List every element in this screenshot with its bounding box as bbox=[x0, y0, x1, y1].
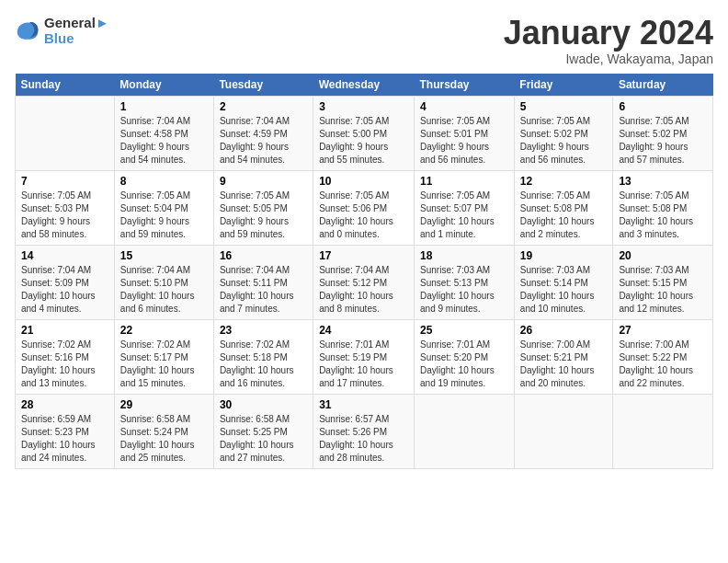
day-info: Sunrise: 7:05 AM Sunset: 5:07 PM Dayligh… bbox=[420, 190, 508, 241]
calendar-cell bbox=[514, 394, 613, 468]
day-info: Sunrise: 7:04 AM Sunset: 4:59 PM Dayligh… bbox=[220, 115, 307, 167]
day-number: 23 bbox=[220, 324, 307, 337]
calendar-cell: 16Sunrise: 7:04 AM Sunset: 5:11 PM Dayli… bbox=[213, 245, 313, 319]
day-number: 13 bbox=[619, 175, 707, 188]
calendar-cell: 8Sunrise: 7:05 AM Sunset: 5:04 PM Daylig… bbox=[114, 170, 213, 245]
page-header: General► Blue January 2024 Iwade, Wakaya… bbox=[15, 15, 713, 66]
day-number: 9 bbox=[220, 175, 307, 188]
day-info: Sunrise: 7:04 AM Sunset: 5:10 PM Dayligh… bbox=[120, 264, 208, 316]
calendar-cell: 25Sunrise: 7:01 AM Sunset: 5:20 PM Dayli… bbox=[415, 319, 515, 394]
day-number: 15 bbox=[120, 249, 208, 262]
day-info: Sunrise: 6:59 AM Sunset: 5:23 PM Dayligh… bbox=[21, 413, 108, 465]
day-number: 30 bbox=[220, 398, 307, 411]
day-number: 17 bbox=[319, 249, 408, 262]
calendar-cell bbox=[613, 394, 713, 468]
calendar-table: SundayMondayTuesdayWednesdayThursdayFrid… bbox=[15, 74, 713, 469]
title-block: January 2024 Iwade, Wakayama, Japan bbox=[504, 15, 713, 66]
day-info: Sunrise: 7:02 AM Sunset: 5:18 PM Dayligh… bbox=[220, 339, 307, 390]
calendar-cell: 29Sunrise: 6:58 AM Sunset: 5:24 PM Dayli… bbox=[114, 394, 213, 468]
day-info: Sunrise: 7:05 AM Sunset: 5:08 PM Dayligh… bbox=[619, 190, 707, 241]
day-number: 14 bbox=[21, 249, 108, 262]
calendar-cell: 6Sunrise: 7:05 AM Sunset: 5:02 PM Daylig… bbox=[613, 96, 713, 170]
logo-icon bbox=[15, 17, 40, 43]
calendar-cell: 11Sunrise: 7:05 AM Sunset: 5:07 PM Dayli… bbox=[415, 170, 515, 245]
day-info: Sunrise: 7:05 AM Sunset: 5:00 PM Dayligh… bbox=[319, 115, 408, 167]
calendar-cell: 10Sunrise: 7:05 AM Sunset: 5:06 PM Dayli… bbox=[313, 170, 415, 245]
calendar-cell: 31Sunrise: 6:57 AM Sunset: 5:26 PM Dayli… bbox=[313, 394, 415, 468]
day-info: Sunrise: 7:05 AM Sunset: 5:04 PM Dayligh… bbox=[120, 190, 208, 241]
day-info: Sunrise: 7:05 AM Sunset: 5:03 PM Dayligh… bbox=[21, 190, 108, 241]
calendar-week-row: 21Sunrise: 7:02 AM Sunset: 5:16 PM Dayli… bbox=[16, 319, 713, 394]
day-info: Sunrise: 7:02 AM Sunset: 5:17 PM Dayligh… bbox=[120, 339, 208, 390]
day-info: Sunrise: 7:00 AM Sunset: 5:22 PM Dayligh… bbox=[619, 339, 707, 390]
weekday-header-cell: Tuesday bbox=[213, 74, 313, 97]
day-number: 3 bbox=[319, 100, 408, 113]
calendar-cell: 24Sunrise: 7:01 AM Sunset: 5:19 PM Dayli… bbox=[313, 319, 415, 394]
calendar-cell: 12Sunrise: 7:05 AM Sunset: 5:08 PM Dayli… bbox=[514, 170, 613, 245]
calendar-body: 1Sunrise: 7:04 AM Sunset: 4:58 PM Daylig… bbox=[16, 96, 713, 468]
day-info: Sunrise: 7:02 AM Sunset: 5:16 PM Dayligh… bbox=[21, 339, 108, 390]
calendar-cell bbox=[415, 394, 515, 468]
calendar-cell: 28Sunrise: 6:59 AM Sunset: 5:23 PM Dayli… bbox=[16, 394, 115, 468]
day-info: Sunrise: 7:04 AM Sunset: 5:09 PM Dayligh… bbox=[21, 264, 108, 316]
day-number: 28 bbox=[21, 398, 108, 411]
day-info: Sunrise: 6:58 AM Sunset: 5:24 PM Dayligh… bbox=[120, 413, 208, 465]
day-info: Sunrise: 7:04 AM Sunset: 5:12 PM Dayligh… bbox=[319, 264, 408, 316]
day-info: Sunrise: 7:05 AM Sunset: 5:05 PM Dayligh… bbox=[220, 190, 307, 241]
calendar-cell: 17Sunrise: 7:04 AM Sunset: 5:12 PM Dayli… bbox=[313, 245, 415, 319]
calendar-cell: 20Sunrise: 7:03 AM Sunset: 5:15 PM Dayli… bbox=[613, 245, 713, 319]
day-number: 20 bbox=[619, 249, 707, 262]
day-info: Sunrise: 7:03 AM Sunset: 5:13 PM Dayligh… bbox=[420, 264, 508, 316]
day-info: Sunrise: 7:05 AM Sunset: 5:02 PM Dayligh… bbox=[619, 115, 707, 167]
day-number: 22 bbox=[120, 324, 208, 337]
day-number: 24 bbox=[319, 324, 408, 337]
day-info: Sunrise: 7:03 AM Sunset: 5:15 PM Dayligh… bbox=[619, 264, 707, 316]
day-number: 1 bbox=[120, 100, 208, 113]
calendar-cell: 7Sunrise: 7:05 AM Sunset: 5:03 PM Daylig… bbox=[16, 170, 115, 245]
logo: General► Blue bbox=[15, 15, 109, 46]
calendar-cell: 13Sunrise: 7:05 AM Sunset: 5:08 PM Dayli… bbox=[613, 170, 713, 245]
calendar-cell: 18Sunrise: 7:03 AM Sunset: 5:13 PM Dayli… bbox=[415, 245, 515, 319]
weekday-header-row: SundayMondayTuesdayWednesdayThursdayFrid… bbox=[16, 74, 713, 97]
weekday-header-cell: Monday bbox=[114, 74, 213, 97]
weekday-header-cell: Wednesday bbox=[313, 74, 415, 97]
day-number: 21 bbox=[21, 324, 108, 337]
calendar-cell bbox=[16, 96, 115, 170]
weekday-header-cell: Sunday bbox=[16, 74, 115, 97]
day-info: Sunrise: 6:57 AM Sunset: 5:26 PM Dayligh… bbox=[319, 413, 408, 465]
calendar-week-row: 28Sunrise: 6:59 AM Sunset: 5:23 PM Dayli… bbox=[16, 394, 713, 468]
day-info: Sunrise: 7:04 AM Sunset: 5:11 PM Dayligh… bbox=[220, 264, 307, 316]
calendar-cell: 3Sunrise: 7:05 AM Sunset: 5:00 PM Daylig… bbox=[313, 96, 415, 170]
day-info: Sunrise: 7:05 AM Sunset: 5:02 PM Dayligh… bbox=[520, 115, 608, 167]
day-number: 29 bbox=[120, 398, 208, 411]
calendar-week-row: 1Sunrise: 7:04 AM Sunset: 4:58 PM Daylig… bbox=[16, 96, 713, 170]
day-info: Sunrise: 7:04 AM Sunset: 4:58 PM Dayligh… bbox=[120, 115, 208, 167]
day-number: 12 bbox=[520, 175, 608, 188]
location: Iwade, Wakayama, Japan bbox=[504, 52, 713, 66]
day-number: 25 bbox=[420, 324, 508, 337]
day-info: Sunrise: 7:05 AM Sunset: 5:01 PM Dayligh… bbox=[420, 115, 508, 167]
calendar-cell: 2Sunrise: 7:04 AM Sunset: 4:59 PM Daylig… bbox=[213, 96, 313, 170]
month-title: January 2024 bbox=[504, 15, 713, 52]
calendar-cell: 19Sunrise: 7:03 AM Sunset: 5:14 PM Dayli… bbox=[514, 245, 613, 319]
calendar-cell: 15Sunrise: 7:04 AM Sunset: 5:10 PM Dayli… bbox=[114, 245, 213, 319]
day-number: 31 bbox=[319, 398, 408, 411]
calendar-cell: 4Sunrise: 7:05 AM Sunset: 5:01 PM Daylig… bbox=[415, 96, 515, 170]
calendar-cell: 9Sunrise: 7:05 AM Sunset: 5:05 PM Daylig… bbox=[213, 170, 313, 245]
calendar-cell: 23Sunrise: 7:02 AM Sunset: 5:18 PM Dayli… bbox=[213, 319, 313, 394]
weekday-header-cell: Thursday bbox=[415, 74, 515, 97]
weekday-header-cell: Friday bbox=[514, 74, 613, 97]
calendar-cell: 21Sunrise: 7:02 AM Sunset: 5:16 PM Dayli… bbox=[16, 319, 115, 394]
day-info: Sunrise: 7:00 AM Sunset: 5:21 PM Dayligh… bbox=[520, 339, 608, 390]
logo-text: General► Blue bbox=[44, 15, 109, 46]
day-number: 7 bbox=[21, 175, 108, 188]
weekday-header-cell: Saturday bbox=[613, 74, 713, 97]
day-info: Sunrise: 7:01 AM Sunset: 5:20 PM Dayligh… bbox=[420, 339, 508, 390]
calendar-cell: 30Sunrise: 6:58 AM Sunset: 5:25 PM Dayli… bbox=[213, 394, 313, 468]
calendar-week-row: 14Sunrise: 7:04 AM Sunset: 5:09 PM Dayli… bbox=[16, 245, 713, 319]
calendar-cell: 26Sunrise: 7:00 AM Sunset: 5:21 PM Dayli… bbox=[514, 319, 613, 394]
day-info: Sunrise: 6:58 AM Sunset: 5:25 PM Dayligh… bbox=[220, 413, 307, 465]
day-number: 26 bbox=[520, 324, 608, 337]
day-number: 6 bbox=[619, 100, 707, 113]
day-info: Sunrise: 7:05 AM Sunset: 5:06 PM Dayligh… bbox=[319, 190, 408, 241]
